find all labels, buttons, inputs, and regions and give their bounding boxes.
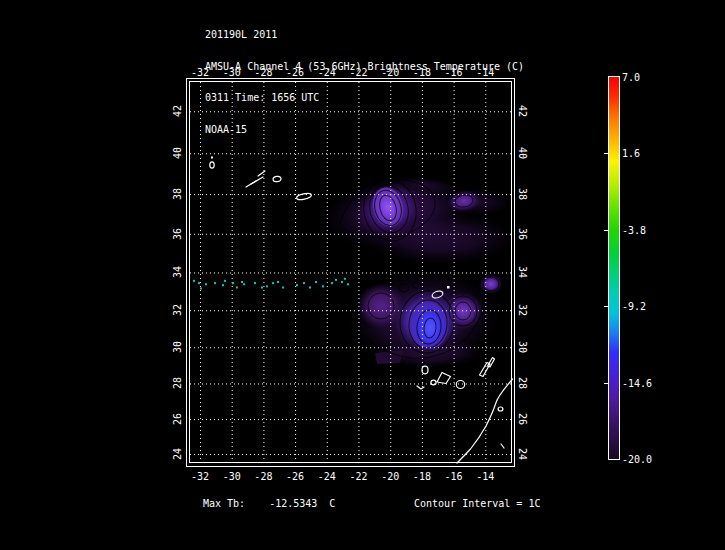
speck-layer bbox=[193, 278, 349, 290]
contour-speck bbox=[347, 283, 349, 285]
corvo-island bbox=[211, 157, 213, 159]
south-cold-anomaly-blob bbox=[346, 267, 503, 369]
colorbar-tick bbox=[604, 230, 608, 231]
contour-speck bbox=[214, 282, 216, 284]
terceira-island bbox=[273, 176, 282, 183]
contour-speck bbox=[272, 282, 274, 284]
lat-tick-label-left: 34 bbox=[171, 266, 182, 278]
colorbar-tick-label: -14.6 bbox=[622, 377, 652, 388]
contour-speck bbox=[222, 284, 224, 286]
max-tb-label: Max Tb: bbox=[203, 498, 245, 509]
lat-tick-label-right: 42 bbox=[516, 105, 527, 117]
contour-speck bbox=[309, 286, 311, 288]
sao-miguel-island bbox=[296, 192, 312, 200]
colorbar-tick-label: 1.6 bbox=[622, 148, 640, 159]
lat-tick-label-left: 30 bbox=[171, 341, 182, 353]
porto-santo-island bbox=[447, 286, 450, 289]
la-gomera-island bbox=[431, 380, 436, 385]
contour-speck bbox=[322, 285, 324, 287]
lat-tick-label-left: 38 bbox=[171, 188, 182, 200]
lon-tick-label-bottom: -22 bbox=[349, 471, 367, 482]
colorbar bbox=[608, 76, 620, 460]
lon-tick-label-bottom: -26 bbox=[286, 471, 304, 482]
contour-speck bbox=[331, 282, 333, 284]
contour-speck bbox=[261, 286, 263, 288]
contour-speck bbox=[282, 286, 284, 288]
contour-speck bbox=[236, 286, 238, 288]
lat-tick-label-left: 42 bbox=[171, 105, 182, 117]
plot-frame-inner bbox=[190, 82, 512, 463]
lon-tick-label-top: -22 bbox=[349, 66, 367, 77]
contour-speck bbox=[341, 281, 343, 283]
colorbar-tick-label: -9.2 bbox=[622, 301, 646, 312]
contour-speck bbox=[224, 280, 226, 282]
lat-tick-label-left: 26 bbox=[171, 413, 182, 425]
lat-tick-label-right: 26 bbox=[516, 413, 527, 425]
contour-interval-label: Contour Interval = 1C bbox=[414, 499, 540, 510]
lat-tick-label-right: 34 bbox=[516, 266, 527, 278]
coastal-lagoon bbox=[498, 407, 503, 411]
grid-layer bbox=[190, 82, 511, 462]
contour-speck bbox=[205, 283, 207, 285]
lat-tick-label-right: 32 bbox=[516, 304, 527, 316]
colorbar-tick-label: 7.0 bbox=[622, 72, 640, 83]
sao-jorge-island bbox=[251, 177, 263, 184]
flores-island bbox=[210, 162, 214, 168]
lon-tick-label-top: -32 bbox=[191, 66, 209, 77]
lon-tick-label-bottom: -32 bbox=[191, 471, 209, 482]
lon-tick-label-bottom: -18 bbox=[413, 471, 431, 482]
colorbar-tick-label: -20.0 bbox=[622, 454, 652, 465]
lon-tick-label-top: -16 bbox=[445, 66, 463, 77]
lon-tick-label-top: -28 bbox=[254, 66, 272, 77]
contour-speck bbox=[335, 279, 337, 281]
contour-speck bbox=[193, 280, 195, 282]
lat-tick-label-left: 24 bbox=[171, 448, 182, 460]
lat-tick-label-right: 30 bbox=[516, 341, 527, 353]
lon-tick-label-top: -20 bbox=[381, 66, 399, 77]
coast-speck bbox=[501, 444, 504, 448]
contour-speck bbox=[296, 284, 298, 286]
lon-tick-label-bottom: -28 bbox=[254, 471, 272, 482]
contour-speck bbox=[254, 282, 256, 284]
lat-tick-label-right: 36 bbox=[516, 228, 527, 240]
max-tb-readout: Max Tb:-12.5343C bbox=[203, 499, 335, 510]
colorbar-tick bbox=[604, 306, 608, 307]
contour-speck bbox=[232, 282, 234, 284]
lon-tick-label-bottom: -20 bbox=[381, 471, 399, 482]
lon-tick-label-bottom: -16 bbox=[445, 471, 463, 482]
lat-tick-label-right: 28 bbox=[516, 377, 527, 389]
contour-speck bbox=[315, 281, 317, 283]
max-tb-unit: C bbox=[329, 498, 335, 509]
lat-tick-label-left: 36 bbox=[171, 228, 182, 240]
colorbar-tick bbox=[604, 383, 608, 384]
north-cold-anomaly-blob bbox=[320, 168, 518, 264]
lon-tick-label-bottom: -24 bbox=[318, 471, 336, 482]
amsu-brightness-temperature-plot: 201190L 2011 AMSU-A Channel 4 (53.6GHz) … bbox=[0, 0, 725, 550]
lon-tick-label-top: -18 bbox=[413, 66, 431, 77]
lon-tick-label-top: -30 bbox=[223, 66, 241, 77]
max-tb-value: -12.5343 bbox=[269, 498, 317, 509]
lat-tick-label-right: 40 bbox=[516, 147, 527, 159]
lon-tick-label-top: -14 bbox=[476, 66, 494, 77]
lon-tick-label-top: -24 bbox=[318, 66, 336, 77]
el-hierro-island bbox=[417, 386, 424, 389]
colorbar-tick bbox=[604, 153, 608, 154]
contour-speck bbox=[266, 285, 268, 287]
lon-tick-label-bottom: -30 bbox=[223, 471, 241, 482]
nw-africa-coastline bbox=[457, 379, 513, 463]
contour-speck bbox=[277, 281, 279, 283]
lat-tick-label-left: 40 bbox=[171, 147, 182, 159]
tenerife-island bbox=[437, 373, 451, 384]
lat-tick-label-left: 32 bbox=[171, 304, 182, 316]
lat-tick-label-left: 28 bbox=[171, 377, 182, 389]
contour-speck bbox=[198, 282, 200, 284]
colorbar-tick-label: -3.8 bbox=[622, 224, 646, 235]
lon-tick-label-bottom: -14 bbox=[476, 471, 494, 482]
contour-speck bbox=[303, 282, 305, 284]
contour-speck bbox=[344, 278, 346, 280]
contour-speck bbox=[241, 281, 243, 283]
lon-tick-label-top: -26 bbox=[286, 66, 304, 77]
contour-speck bbox=[200, 287, 202, 289]
gran-canaria-island bbox=[456, 381, 464, 389]
contour-speck bbox=[243, 283, 245, 285]
